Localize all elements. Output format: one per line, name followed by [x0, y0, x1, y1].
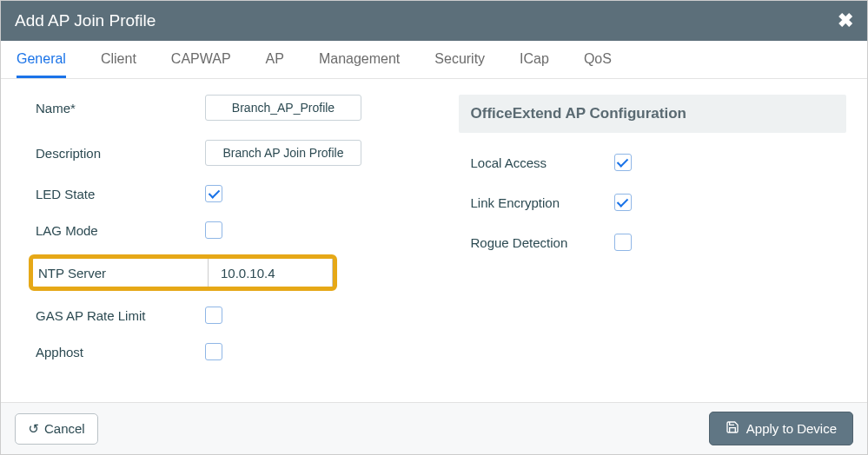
description-label: Description — [36, 146, 205, 161]
tab-general[interactable]: General — [17, 51, 66, 78]
name-input[interactable] — [205, 95, 361, 121]
led-state-checkbox[interactable] — [205, 185, 222, 202]
row-apphost: Apphost — [36, 343, 424, 360]
row-rogue-detection: Rogue Detection — [459, 234, 847, 251]
tab-bar: General Client CAPWAP AP Management Secu… — [1, 41, 867, 79]
row-ntp-server-highlighted: NTP Server — [29, 254, 337, 291]
row-link-encryption: Link Encryption — [459, 194, 847, 211]
row-lag-mode: LAG Mode — [36, 221, 424, 239]
left-column: Name* Description LED State LAG Mode NTP… — [36, 95, 424, 402]
local-access-label: Local Access — [471, 155, 614, 170]
row-gas-rate-limit: GAS AP Rate Limit — [36, 307, 424, 324]
lag-mode-checkbox[interactable] — [205, 221, 222, 239]
ntp-server-input[interactable] — [209, 259, 332, 287]
gas-rate-limit-label: GAS AP Rate Limit — [36, 308, 205, 323]
tab-management[interactable]: Management — [319, 51, 400, 78]
local-access-checkbox[interactable] — [614, 154, 632, 171]
tab-ap[interactable]: AP — [266, 51, 284, 78]
tab-capwap[interactable]: CAPWAP — [171, 51, 231, 78]
modal-title: Add AP Join Profile — [15, 11, 156, 30]
titlebar: Add AP Join Profile ✖ — [1, 1, 867, 41]
ntp-server-label: NTP Server — [33, 259, 209, 287]
right-column: OfficeExtend AP Configuration Local Acce… — [459, 95, 847, 402]
tab-security[interactable]: Security — [434, 51, 485, 78]
tab-qos[interactable]: QoS — [584, 51, 612, 78]
link-encryption-label: Link Encryption — [471, 195, 614, 210]
apply-to-device-button[interactable]: Apply to Device — [709, 412, 853, 445]
apphost-label: Apphost — [36, 345, 205, 359]
apphost-checkbox[interactable] — [205, 343, 222, 360]
led-state-label: LED State — [36, 187, 205, 201]
rogue-detection-checkbox[interactable] — [614, 234, 632, 251]
tab-icap[interactable]: ICap — [520, 51, 549, 78]
close-icon[interactable]: ✖ — [838, 10, 853, 32]
lag-mode-label: LAG Mode — [36, 223, 205, 238]
apply-button-label: Apply to Device — [746, 421, 837, 436]
row-name: Name* — [36, 95, 424, 121]
save-icon — [726, 420, 739, 437]
rogue-detection-label: Rogue Detection — [471, 235, 614, 250]
gas-rate-limit-checkbox[interactable] — [205, 307, 222, 324]
cancel-button[interactable]: ↻ Cancel — [15, 413, 98, 445]
ap-join-profile-modal: Add AP Join Profile ✖ General Client CAP… — [0, 0, 868, 455]
ntp-server-input-cell — [209, 259, 333, 287]
tab-client[interactable]: Client — [101, 51, 136, 78]
modal-body: Name* Description LED State LAG Mode NTP… — [1, 79, 867, 402]
officeextend-section-header: OfficeExtend AP Configuration — [459, 95, 847, 133]
undo-icon: ↻ — [28, 421, 39, 437]
description-input[interactable] — [205, 140, 361, 166]
name-label: Name* — [36, 101, 205, 115]
cancel-button-label: Cancel — [44, 421, 85, 436]
link-encryption-checkbox[interactable] — [614, 194, 632, 211]
row-local-access: Local Access — [459, 154, 847, 171]
row-description: Description — [36, 140, 424, 166]
modal-footer: ↻ Cancel Apply to Device — [1, 402, 867, 454]
row-led-state: LED State — [36, 185, 424, 202]
